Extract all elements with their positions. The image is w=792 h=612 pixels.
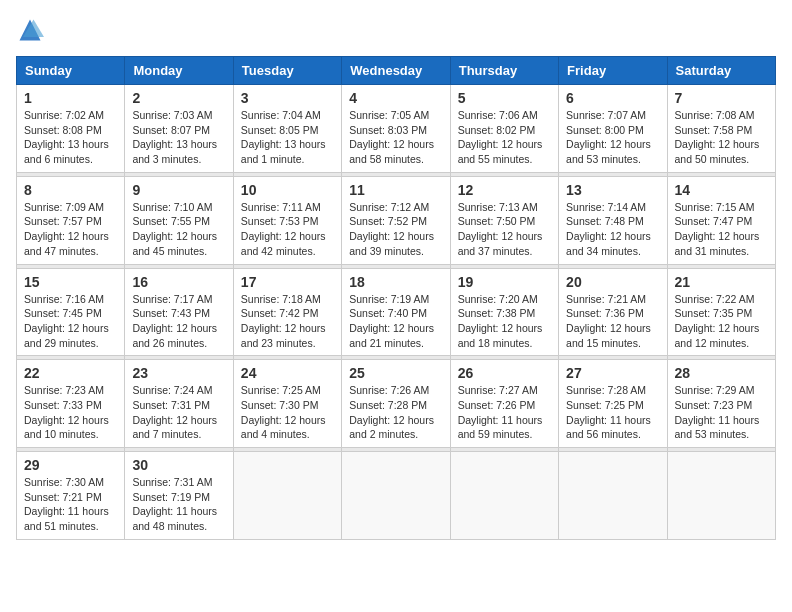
calendar-cell: 28Sunrise: 7:29 AMSunset: 7:23 PMDayligh… [667,360,775,448]
day-info: Sunrise: 7:20 AMSunset: 7:38 PMDaylight:… [458,292,551,351]
day-number: 28 [675,365,768,381]
calendar-cell: 11Sunrise: 7:12 AMSunset: 7:52 PMDayligh… [342,176,450,264]
day-header-monday: Monday [125,57,233,85]
calendar-cell [233,452,341,540]
day-number: 11 [349,182,442,198]
day-info: Sunrise: 7:03 AMSunset: 8:07 PMDaylight:… [132,108,225,167]
day-number: 29 [24,457,117,473]
calendar-cell: 25Sunrise: 7:26 AMSunset: 7:28 PMDayligh… [342,360,450,448]
calendar-cell: 1Sunrise: 7:02 AMSunset: 8:08 PMDaylight… [17,85,125,173]
day-number: 25 [349,365,442,381]
calendar-cell: 21Sunrise: 7:22 AMSunset: 7:35 PMDayligh… [667,268,775,356]
calendar-cell: 6Sunrise: 7:07 AMSunset: 8:00 PMDaylight… [559,85,667,173]
calendar-cell [450,452,558,540]
calendar-cell: 23Sunrise: 7:24 AMSunset: 7:31 PMDayligh… [125,360,233,448]
calendar-cell: 26Sunrise: 7:27 AMSunset: 7:26 PMDayligh… [450,360,558,448]
day-info: Sunrise: 7:05 AMSunset: 8:03 PMDaylight:… [349,108,442,167]
day-number: 21 [675,274,768,290]
calendar-cell: 22Sunrise: 7:23 AMSunset: 7:33 PMDayligh… [17,360,125,448]
calendar-cell: 24Sunrise: 7:25 AMSunset: 7:30 PMDayligh… [233,360,341,448]
day-number: 19 [458,274,551,290]
day-info: Sunrise: 7:11 AMSunset: 7:53 PMDaylight:… [241,200,334,259]
week-row-2: 8Sunrise: 7:09 AMSunset: 7:57 PMDaylight… [17,176,776,264]
day-number: 17 [241,274,334,290]
day-number: 27 [566,365,659,381]
day-number: 6 [566,90,659,106]
week-row-3: 15Sunrise: 7:16 AMSunset: 7:45 PMDayligh… [17,268,776,356]
calendar-cell: 4Sunrise: 7:05 AMSunset: 8:03 PMDaylight… [342,85,450,173]
calendar-table: SundayMondayTuesdayWednesdayThursdayFrid… [16,56,776,540]
day-header-sunday: Sunday [17,57,125,85]
day-number: 10 [241,182,334,198]
calendar-cell [342,452,450,540]
calendar-cell: 20Sunrise: 7:21 AMSunset: 7:36 PMDayligh… [559,268,667,356]
header-row: SundayMondayTuesdayWednesdayThursdayFrid… [17,57,776,85]
day-number: 12 [458,182,551,198]
day-info: Sunrise: 7:21 AMSunset: 7:36 PMDaylight:… [566,292,659,351]
day-number: 18 [349,274,442,290]
day-number: 23 [132,365,225,381]
day-number: 1 [24,90,117,106]
day-number: 22 [24,365,117,381]
calendar-cell: 27Sunrise: 7:28 AMSunset: 7:25 PMDayligh… [559,360,667,448]
calendar-cell: 14Sunrise: 7:15 AMSunset: 7:47 PMDayligh… [667,176,775,264]
day-number: 20 [566,274,659,290]
day-info: Sunrise: 7:02 AMSunset: 8:08 PMDaylight:… [24,108,117,167]
calendar-cell: 7Sunrise: 7:08 AMSunset: 7:58 PMDaylight… [667,85,775,173]
day-info: Sunrise: 7:24 AMSunset: 7:31 PMDaylight:… [132,383,225,442]
day-header-saturday: Saturday [667,57,775,85]
day-number: 15 [24,274,117,290]
day-info: Sunrise: 7:25 AMSunset: 7:30 PMDaylight:… [241,383,334,442]
day-info: Sunrise: 7:22 AMSunset: 7:35 PMDaylight:… [675,292,768,351]
day-header-wednesday: Wednesday [342,57,450,85]
calendar-cell: 2Sunrise: 7:03 AMSunset: 8:07 PMDaylight… [125,85,233,173]
logo-icon [16,16,44,44]
calendar-cell: 29Sunrise: 7:30 AMSunset: 7:21 PMDayligh… [17,452,125,540]
calendar-cell [559,452,667,540]
day-info: Sunrise: 7:08 AMSunset: 7:58 PMDaylight:… [675,108,768,167]
day-info: Sunrise: 7:31 AMSunset: 7:19 PMDaylight:… [132,475,225,534]
day-info: Sunrise: 7:23 AMSunset: 7:33 PMDaylight:… [24,383,117,442]
logo [16,16,48,44]
day-number: 8 [24,182,117,198]
day-number: 26 [458,365,551,381]
page-header [16,16,776,44]
day-info: Sunrise: 7:14 AMSunset: 7:48 PMDaylight:… [566,200,659,259]
day-info: Sunrise: 7:10 AMSunset: 7:55 PMDaylight:… [132,200,225,259]
day-header-thursday: Thursday [450,57,558,85]
day-info: Sunrise: 7:30 AMSunset: 7:21 PMDaylight:… [24,475,117,534]
calendar-cell: 30Sunrise: 7:31 AMSunset: 7:19 PMDayligh… [125,452,233,540]
day-number: 4 [349,90,442,106]
calendar-cell: 19Sunrise: 7:20 AMSunset: 7:38 PMDayligh… [450,268,558,356]
day-info: Sunrise: 7:12 AMSunset: 7:52 PMDaylight:… [349,200,442,259]
day-info: Sunrise: 7:28 AMSunset: 7:25 PMDaylight:… [566,383,659,442]
week-row-1: 1Sunrise: 7:02 AMSunset: 8:08 PMDaylight… [17,85,776,173]
day-info: Sunrise: 7:15 AMSunset: 7:47 PMDaylight:… [675,200,768,259]
day-info: Sunrise: 7:07 AMSunset: 8:00 PMDaylight:… [566,108,659,167]
calendar-cell: 18Sunrise: 7:19 AMSunset: 7:40 PMDayligh… [342,268,450,356]
calendar-cell: 13Sunrise: 7:14 AMSunset: 7:48 PMDayligh… [559,176,667,264]
calendar-cell: 16Sunrise: 7:17 AMSunset: 7:43 PMDayligh… [125,268,233,356]
day-header-tuesday: Tuesday [233,57,341,85]
calendar-cell: 17Sunrise: 7:18 AMSunset: 7:42 PMDayligh… [233,268,341,356]
day-number: 14 [675,182,768,198]
day-number: 5 [458,90,551,106]
calendar-cell [667,452,775,540]
week-row-4: 22Sunrise: 7:23 AMSunset: 7:33 PMDayligh… [17,360,776,448]
calendar-cell: 12Sunrise: 7:13 AMSunset: 7:50 PMDayligh… [450,176,558,264]
day-info: Sunrise: 7:16 AMSunset: 7:45 PMDaylight:… [24,292,117,351]
calendar-cell: 15Sunrise: 7:16 AMSunset: 7:45 PMDayligh… [17,268,125,356]
day-number: 16 [132,274,225,290]
day-info: Sunrise: 7:27 AMSunset: 7:26 PMDaylight:… [458,383,551,442]
day-info: Sunrise: 7:26 AMSunset: 7:28 PMDaylight:… [349,383,442,442]
calendar-cell: 3Sunrise: 7:04 AMSunset: 8:05 PMDaylight… [233,85,341,173]
day-info: Sunrise: 7:18 AMSunset: 7:42 PMDaylight:… [241,292,334,351]
calendar-cell: 10Sunrise: 7:11 AMSunset: 7:53 PMDayligh… [233,176,341,264]
day-info: Sunrise: 7:04 AMSunset: 8:05 PMDaylight:… [241,108,334,167]
day-number: 13 [566,182,659,198]
day-info: Sunrise: 7:13 AMSunset: 7:50 PMDaylight:… [458,200,551,259]
day-number: 3 [241,90,334,106]
day-info: Sunrise: 7:06 AMSunset: 8:02 PMDaylight:… [458,108,551,167]
day-number: 2 [132,90,225,106]
calendar-cell: 5Sunrise: 7:06 AMSunset: 8:02 PMDaylight… [450,85,558,173]
